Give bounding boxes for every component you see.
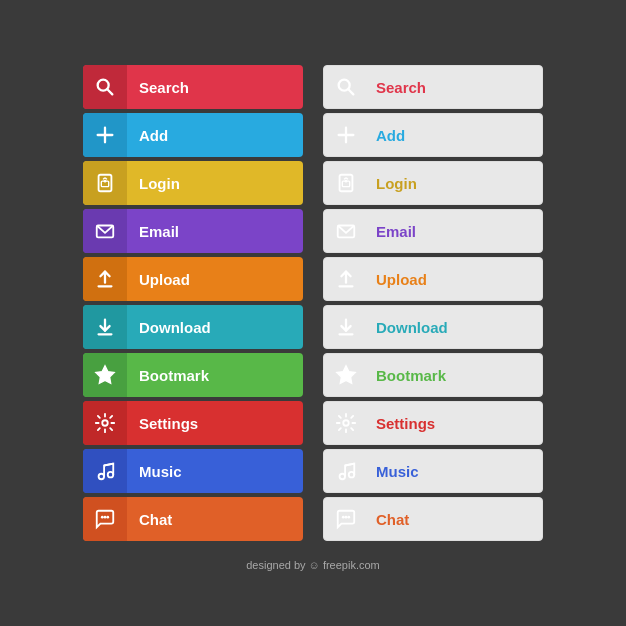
settings-icon	[83, 401, 127, 445]
svg-point-34	[345, 516, 348, 519]
login-icon	[83, 161, 127, 205]
music-white-label: Music	[368, 463, 542, 480]
upload-white-icon	[324, 257, 368, 301]
svg-marker-10	[96, 366, 114, 383]
search-label: Search	[127, 79, 303, 96]
chat-white-icon	[324, 497, 368, 541]
svg-point-16	[104, 516, 107, 519]
svg-rect-4	[99, 175, 112, 192]
chat-icon	[83, 497, 127, 541]
download-white-label: Download	[368, 319, 542, 336]
music-white-icon	[324, 449, 368, 493]
colored-download-button[interactable]: Download	[83, 305, 303, 349]
white-search-button[interactable]: Search	[323, 65, 543, 109]
svg-line-32	[345, 464, 354, 466]
email-icon	[83, 209, 127, 253]
search-white-label: Search	[368, 79, 542, 96]
add-label: Add	[127, 127, 303, 144]
svg-line-19	[348, 89, 353, 94]
main-container: Search Add Login Email Upload	[63, 55, 563, 551]
colored-chat-button[interactable]: Chat	[83, 497, 303, 541]
add-white-icon	[324, 113, 368, 157]
settings-white-icon	[324, 401, 368, 445]
email-label: Email	[127, 223, 303, 240]
login-label: Login	[127, 175, 303, 192]
login-white-icon	[324, 161, 368, 205]
svg-point-35	[347, 516, 350, 519]
colored-button-list: Search Add Login Email Upload	[83, 65, 303, 541]
email-white-icon	[324, 209, 368, 253]
svg-rect-22	[340, 175, 353, 192]
login-white-label: Login	[368, 175, 542, 192]
footer: designed by ☺ freepik.com	[246, 559, 380, 571]
bookmark-white-icon	[324, 353, 368, 397]
white-chat-button[interactable]: Chat	[323, 497, 543, 541]
email-white-label: Email	[368, 223, 542, 240]
colored-music-button[interactable]: Music	[83, 449, 303, 493]
svg-point-29	[343, 420, 349, 426]
search-white-icon	[324, 65, 368, 109]
white-login-button[interactable]: Login	[323, 161, 543, 205]
svg-point-15	[101, 516, 104, 519]
download-label: Download	[127, 319, 303, 336]
white-settings-button[interactable]: Settings	[323, 401, 543, 445]
settings-label: Settings	[127, 415, 303, 432]
music-icon	[83, 449, 127, 493]
svg-point-11	[102, 420, 108, 426]
chat-white-label: Chat	[368, 511, 542, 528]
white-bookmark-button[interactable]: Bootmark	[323, 353, 543, 397]
white-upload-button[interactable]: Upload	[323, 257, 543, 301]
download-white-icon	[324, 305, 368, 349]
svg-point-33	[342, 516, 345, 519]
upload-label: Upload	[127, 271, 303, 288]
svg-marker-28	[337, 366, 355, 383]
upload-white-label: Upload	[368, 271, 542, 288]
svg-line-14	[104, 464, 113, 466]
chat-label: Chat	[127, 511, 303, 528]
download-icon	[83, 305, 127, 349]
svg-point-6	[104, 180, 107, 183]
add-white-label: Add	[368, 127, 542, 144]
white-music-button[interactable]: Music	[323, 449, 543, 493]
svg-line-1	[107, 89, 112, 94]
white-download-button[interactable]: Download	[323, 305, 543, 349]
svg-point-17	[106, 516, 109, 519]
colored-bookmark-button[interactable]: Bootmark	[83, 353, 303, 397]
bookmark-icon	[83, 353, 127, 397]
upload-icon	[83, 257, 127, 301]
colored-search-button[interactable]: Search	[83, 65, 303, 109]
colored-settings-button[interactable]: Settings	[83, 401, 303, 445]
add-icon	[83, 113, 127, 157]
white-button-list: Search Add Login Email Upload	[323, 65, 543, 541]
search-icon	[83, 65, 127, 109]
bookmark-label: Bootmark	[127, 367, 303, 384]
colored-add-button[interactable]: Add	[83, 113, 303, 157]
music-label: Music	[127, 463, 303, 480]
white-add-button[interactable]: Add	[323, 113, 543, 157]
bookmark-white-label: Bootmark	[368, 367, 542, 384]
colored-upload-button[interactable]: Upload	[83, 257, 303, 301]
svg-point-24	[345, 180, 348, 183]
white-email-button[interactable]: Email	[323, 209, 543, 253]
colored-login-button[interactable]: Login	[83, 161, 303, 205]
settings-white-label: Settings	[368, 415, 542, 432]
colored-email-button[interactable]: Email	[83, 209, 303, 253]
